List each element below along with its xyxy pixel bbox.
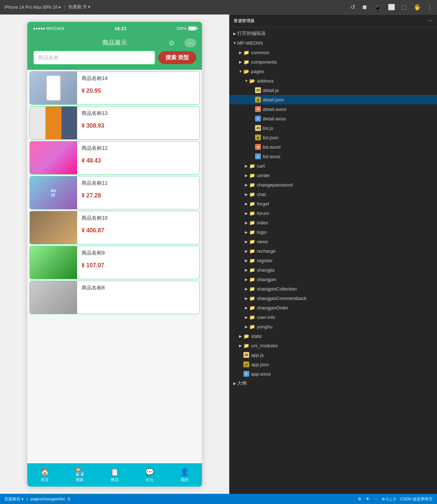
folder-recharge[interactable]: ▶ 📁 recharge: [229, 246, 437, 256]
nav-label-forum: 论坛: [146, 477, 154, 483]
folder-register[interactable]: ▶ 📁 register: [229, 256, 437, 265]
folder-shangpinorder[interactable]: ▶ 📁 shangpinOrder: [229, 303, 437, 312]
nav-item-products[interactable]: 📋 商品: [97, 463, 132, 487]
nav-item-merchant[interactable]: 🏪 商家: [62, 463, 97, 487]
more-icon[interactable]: ···: [374, 497, 377, 501]
search-input-wrap[interactable]: 商品名称: [33, 51, 155, 65]
search-button[interactable]: 搜索 类型: [158, 51, 196, 64]
nav-item-home[interactable]: 🏠 首页: [27, 463, 62, 487]
folder-forget[interactable]: ▶ 📁 forget: [229, 199, 437, 208]
file-detail-js[interactable]: ▶ JS detail.js: [229, 85, 437, 95]
folder-yonghu[interactable]: ▶ 📁 yonghu: [229, 322, 437, 331]
camera-icon[interactable]: ⊙: [169, 39, 174, 47]
folder-shangpincollection[interactable]: ▶ 📁 shangpinCollection: [229, 284, 437, 293]
folder-uni-modules[interactable]: ▶ 📁 uni_modules: [229, 341, 437, 350]
folder-chat-label: chat: [257, 192, 434, 197]
toolbar-right-icon[interactable]: ⋮: [427, 4, 433, 11]
list-item[interactable]: 商品名称9 ¥ 107.07: [29, 246, 200, 279]
file-app-js[interactable]: ▶ JS app.js: [229, 350, 437, 360]
file-detail-json[interactable]: ▶ {} detail.json: [229, 95, 437, 104]
wxss-icon: S: [255, 115, 261, 122]
file-detail-wxss[interactable]: ▶ S detail.wxss: [229, 114, 437, 123]
section-outline[interactable]: ▶ 大纲: [229, 379, 437, 388]
stop-icon[interactable]: ⏹: [362, 4, 368, 11]
folder-shangjia[interactable]: ▶ 📁 shangjia: [229, 265, 437, 275]
file-app-wxss[interactable]: ▶ S app.wxss: [229, 369, 437, 379]
refresh-icon[interactable]: ↺: [350, 4, 355, 11]
folder-shangpincommentback[interactable]: ▶ 📁 shangpinCommentback: [229, 293, 437, 303]
file-app-wxss-label: app.wxss: [251, 371, 434, 377]
file-list-js[interactable]: ▶ JS list.js: [229, 123, 437, 133]
list-item[interactable]: Air15 商品名称11 ¥ 27.28: [29, 176, 200, 209]
section-mp-weixin[interactable]: ▼ MP-WEIXIN: [229, 38, 437, 48]
product-image: Air15: [30, 176, 77, 209]
page-path[interactable]: 页面路径 ▾: [4, 496, 24, 502]
folder-index[interactable]: ▶ 📁 index: [229, 218, 437, 227]
current-file-path: pages/shangpin/list: [31, 497, 65, 501]
list-item[interactable]: 商品名称10 ¥ 406.87: [29, 211, 200, 244]
list-item[interactable]: 商品名称12 ¥ 48.43: [29, 141, 200, 175]
folder-static[interactable]: ▶ 📁 static: [229, 331, 437, 341]
nav-item-profile[interactable]: 👤 我的: [167, 463, 202, 487]
list-item[interactable]: 商品名称13 ¥ 308.93: [29, 106, 200, 140]
search-row: 商品名称 搜索 类型: [33, 51, 196, 65]
folder-cart[interactable]: ▶ 📁 cart: [229, 161, 437, 171]
toolbar-icons: ↺ ⏹ 📱 ⬜ ⬚ 🖐: [350, 4, 421, 11]
hotreload-label[interactable]: 热重载 开 ▾: [68, 4, 91, 10]
folder-user-info[interactable]: ▶ 📁 user-info: [229, 312, 437, 322]
folder-yonghu-icon: 📁: [249, 323, 255, 330]
nav-item-forum[interactable]: 💬 论坛: [132, 463, 167, 487]
product-image: [30, 246, 77, 279]
battery-percent: 100%: [176, 26, 187, 31]
settings-icon[interactable]: ⚙: [358, 497, 361, 501]
folder-index-label: index: [257, 220, 434, 225]
section-open-editors[interactable]: ▶ 打开的编辑器: [229, 29, 437, 38]
folder-forum[interactable]: ▶ 📁 forum: [229, 208, 437, 218]
folder-shangpin-label: shangpin: [257, 277, 434, 282]
product-price: ¥ 107.07: [82, 262, 195, 269]
folder-shangpin[interactable]: ▶ 📁 shangpin: [229, 275, 437, 284]
outline-label: 大纲: [237, 380, 434, 387]
folder-common[interactable]: ▶ 📁 common: [229, 48, 437, 57]
folder-pages[interactable]: ▼ 📂 pages: [229, 67, 437, 76]
nav-label-products: 商品: [111, 477, 119, 483]
file-list-wxss[interactable]: ▶ S list.wxss: [229, 152, 437, 161]
product-price: ¥ 48.43: [82, 157, 195, 164]
folder-shangpincollection-icon: 📁: [249, 285, 255, 292]
header-more-button[interactable]: ···: [184, 39, 196, 47]
phone-nav: 🏠 首页 🏪 商家 📋 商品 💬 论坛 👤 我的: [27, 463, 202, 487]
folder-address[interactable]: ▼ 📂 address: [229, 76, 437, 85]
file-list-wxml[interactable]: ▶ ≋ list.wxml: [229, 142, 437, 152]
phone-icon[interactable]: 📱: [374, 4, 381, 11]
preview-icon[interactable]: 👁: [366, 497, 370, 501]
folder-components[interactable]: ▶ 📁 components: [229, 57, 437, 67]
list-item[interactable]: 商品名称8: [29, 281, 200, 314]
json-icon: {}: [243, 361, 250, 368]
product-info: 商品名称9 ¥ 107.07: [77, 246, 199, 279]
bottom-left: 页面路径 ▾ | pages/shangpin/list ⎘: [4, 496, 70, 502]
folder-shangpincollection-label: shangpinCollection: [257, 286, 434, 292]
explorer-more-button[interactable]: ···: [428, 17, 433, 24]
folder-center[interactable]: ▶ 📁 center: [229, 171, 437, 180]
js-icon: JS: [243, 352, 250, 358]
file-detail-wxml[interactable]: ▶ ≋ detail.wxml: [229, 104, 437, 114]
file-detail-wxss-label: detail.wxss: [263, 116, 434, 121]
battery-icon: [188, 26, 196, 31]
folder-changepassword[interactable]: ▶ 📁 changepassword: [229, 180, 437, 189]
device-label[interactable]: iPhone 14 Pro Max 89% 16 ▾: [4, 5, 61, 10]
file-list-json[interactable]: ▶ {} list.json: [229, 133, 437, 142]
folder-components-icon: 📁: [243, 59, 250, 65]
layout-icon[interactable]: ⬜: [388, 4, 395, 11]
folder-login[interactable]: ▶ 📁 login: [229, 227, 437, 237]
folder-center-label: center: [257, 173, 434, 178]
file-app-json[interactable]: ▶ {} app.json: [229, 360, 437, 369]
copy-path-icon[interactable]: ⎘: [68, 496, 70, 501]
folder-chat[interactable]: ▶ 📁 chat: [229, 189, 437, 199]
hand-icon[interactable]: 🖐: [414, 4, 421, 11]
phone-header: 商品展示 ··· ⊙ 商品名称 搜索 类型: [27, 35, 202, 70]
share-icon[interactable]: ⬚: [402, 4, 407, 11]
profile-icon: 👤: [180, 468, 189, 476]
product-list[interactable]: 商品名称14 ¥ 20.95 商品名称13: [27, 70, 202, 463]
folder-news[interactable]: ▶ 📁 news: [229, 237, 437, 246]
list-item[interactable]: 商品名称14 ¥ 20.95: [29, 71, 200, 105]
